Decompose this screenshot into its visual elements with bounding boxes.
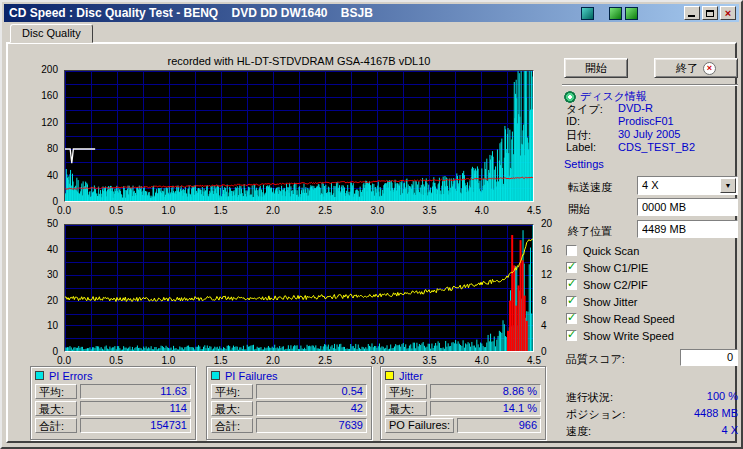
stat-value: 7639 [256,418,367,433]
axis-tick: 200 [34,64,58,75]
axis-tick: 30 [34,269,58,280]
close-icon: × [725,8,731,18]
stat-value: 0.54 [256,384,367,399]
stop-button[interactable]: 終了 × [654,58,738,78]
info-label: ID: [566,115,618,128]
status-row: ポジション:4488 MB [566,407,738,424]
settings-header-label: Settings [564,158,604,170]
tab-disc-quality[interactable]: Disc Quality [10,24,93,43]
status-label: 進行状況: [566,390,613,407]
jitter-y-axis: 50403020100 [34,224,60,352]
disc-info-row: Label:CDS_TEST_B2 [566,141,738,154]
stats-box-pi-errors: PI Errors平均:11.63最大:114合計:154731 [30,366,196,440]
axis-tick: 4 [541,320,562,331]
start-position-label: 開始 [568,202,590,217]
stats-box-title: Jitter [399,370,423,382]
minimize-button[interactable] [684,6,700,20]
axis-tick: 2.5 [310,205,340,216]
stat-label: PO Failures: [385,418,454,433]
speed-select-dropdown-button[interactable]: ▼ [720,178,736,193]
status-value: 4 X [721,424,738,441]
transfer-speed-label: 転送速度 [568,180,612,195]
close-button[interactable]: × [720,6,736,20]
stats-box-jitter: Jitter平均:8.86 %最大:14.1 %PO Failures:966 [380,366,546,440]
check-icon: ✓ [567,294,576,307]
speed-select[interactable]: 4 X ▼ [637,176,738,195]
disc-info-row: 日付:30 July 2005 [566,128,738,141]
checkbox-label: Show C1/PIE [583,262,648,274]
checkbox-box: ✓ [566,262,577,273]
disc-icon [564,91,576,103]
axis-tick: 50 [34,218,58,229]
info-label: 日付: [566,128,618,141]
checkbox-quick-scan[interactable]: Quick Scan [566,242,738,259]
stat-value: 114 [80,401,191,416]
stats-row-item: 最大:14.1 % [385,401,541,416]
axis-tick: 1.0 [153,205,183,216]
checkbox-show-read-speed[interactable]: ✓Show Read Speed [566,310,738,327]
axis-tick: 3.5 [415,205,445,216]
chart-recorded-label: recorded with HL-DT-STDVDRAM GSA-4167B v… [64,55,534,67]
axis-tick: 2.5 [310,355,340,366]
quality-score-label: 品質スコア: [566,352,625,367]
axis-tick: 0.5 [101,205,131,216]
series-swatch-icon [35,371,44,380]
stats-row-item: 最大:114 [35,401,191,416]
titlebar-disc-icon[interactable] [581,7,594,20]
axis-tick: 3.0 [362,355,392,366]
axis-tick: 4.0 [467,205,497,216]
info-value: ProdiscF01 [618,115,674,128]
settings-header: Settings [564,158,604,170]
maximize-button[interactable] [702,6,718,20]
end-position-input[interactable] [637,220,738,238]
minimize-icon [688,15,695,17]
axis-tick: 20 [541,218,562,229]
start-button[interactable]: 開始 [564,58,628,78]
checkbox-box: ✓ [566,330,577,341]
checkbox-label: Show Jitter [583,296,637,308]
titlebar: CD Speed : Disc Quality Test - BENQ DVD … [4,4,739,22]
checkbox-label: Show Read Speed [583,313,675,325]
quality-score-value: 0 [680,349,738,366]
titlebar-chart-icon-2[interactable] [625,7,638,20]
content-panel: recorded with HL-DT-STDVDRAM GSA-4167B v… [6,42,737,443]
axis-tick: 3.5 [415,355,445,366]
checkbox-show-c1-pie[interactable]: ✓Show C1/PIE [566,259,738,276]
axis-tick: 0.0 [49,205,79,216]
status-label: ポジション: [566,407,625,424]
info-value: DVD-R [618,102,653,115]
titlebar-chart-icon[interactable] [609,7,622,20]
info-value: CDS_TEST_B2 [618,141,695,154]
axis-tick: 160 [34,90,58,101]
info-label: Label: [566,141,618,154]
pi-errors-x-axis: 0.00.51.01.52.02.53.03.54.04.5 [64,205,534,217]
app-window: CD Speed : Disc Quality Test - BENQ DVD … [0,0,743,449]
axis-tick: 4.5 [519,355,549,366]
stats-row-item: 平均:11.63 [35,384,191,399]
checkbox-show-write-speed[interactable]: ✓Show Write Speed [566,327,738,344]
stat-value: 11.63 [80,384,191,399]
disc-info-row: タイプ:DVD-R [566,102,738,115]
axis-tick: 120 [34,117,58,128]
checkbox-show-c2-pif[interactable]: ✓Show C2/PIF [566,276,738,293]
stats-row-item: 合計:7639 [211,418,367,433]
maximize-icon [706,10,714,17]
info-label: タイプ: [566,102,618,115]
stats-row-item: 最大:42 [211,401,367,416]
axis-tick: 3.0 [362,205,392,216]
check-icon: ✓ [567,277,576,290]
start-position-input[interactable] [637,198,738,216]
axis-tick: 1.5 [206,205,236,216]
stat-label: 最大: [211,401,253,416]
check-icon: ✓ [567,328,576,341]
stat-label: 平均: [385,384,427,399]
checkbox-box [566,245,577,256]
checkbox-show-jitter[interactable]: ✓Show Jitter [566,293,738,310]
status-value: 100 % [707,390,738,407]
axis-tick: 12 [541,269,562,280]
checkbox-box: ✓ [566,313,577,324]
status-rows: 進行状況:100 %ポジション:4488 MB速度:4 X [566,390,738,441]
axis-tick: 16 [541,244,562,255]
disc-info-rows: タイプ:DVD-RID:ProdiscF01日付:30 July 2005Lab… [566,102,738,154]
stat-label: 平均: [211,384,253,399]
